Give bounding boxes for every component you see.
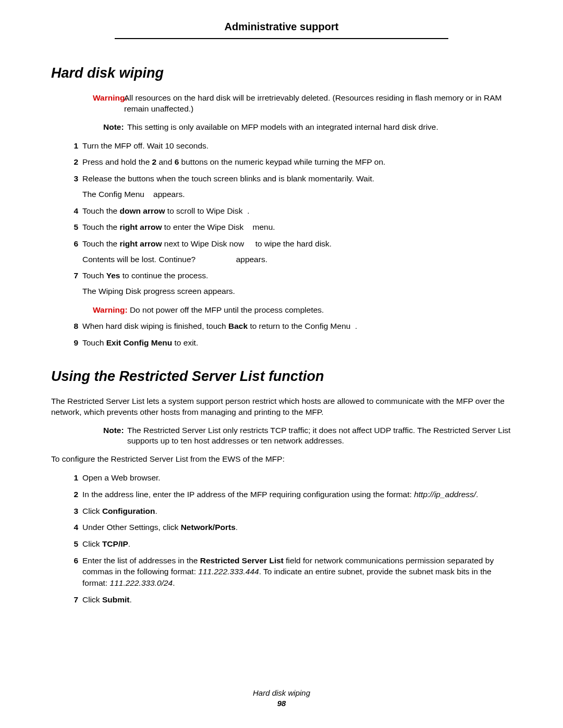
step-text: Touch Yes to continue the process. [82, 271, 208, 280]
step-item: 3Click Configuration. [67, 505, 512, 517]
inner-warning-text: Do not power off the MFP until the proce… [128, 305, 324, 314]
step-item: 1Turn the MFP off. Wait 10 seconds. [67, 140, 512, 152]
warning-label: Warning: [93, 93, 128, 104]
steps-list-1: 1Turn the MFP off. Wait 10 seconds.2Pres… [67, 140, 512, 349]
step-text: Click Configuration. [82, 507, 157, 515]
footer-page-number: 98 [0, 698, 563, 709]
step-text: Click Submit. [82, 595, 132, 604]
step-item: 7Touch Yes to continue the process.The W… [67, 270, 512, 315]
step-text: Click TCP/IP. [82, 539, 130, 548]
step-number: 7 [67, 594, 78, 606]
step-number: 9 [67, 337, 78, 349]
note-label-2: Note: [103, 425, 124, 436]
step-item: 7Click Submit. [67, 594, 512, 606]
section-heading-hard-disk-wiping: Hard disk wiping [51, 65, 512, 81]
step-number: 3 [67, 173, 78, 184]
step-number: 7 [67, 270, 78, 281]
inner-warning: Warning: Do not power off the MFP until … [93, 304, 512, 316]
step-text: Turn the MFP off. Wait 10 seconds. [82, 141, 209, 150]
footer-section-title: Hard disk wiping [0, 688, 563, 698]
step-item: 6Touch the right arrow next to Wipe Disk… [67, 238, 512, 265]
step-number: 4 [67, 205, 78, 217]
step-text: Press and hold the 2 and 6 buttons on th… [82, 157, 385, 166]
note-block-2: Note: The Restricted Server List only re… [103, 425, 512, 447]
step-number: 2 [67, 489, 78, 500]
step-item: 5Click TCP/IP. [67, 538, 512, 550]
step-item: 5Touch the right arrow to enter the Wipe… [67, 221, 512, 233]
step-number: 4 [67, 522, 78, 533]
step-number: 5 [67, 538, 78, 550]
note-block: Note: This setting is only available on … [103, 122, 512, 133]
step-number: 6 [67, 555, 78, 566]
step-text: Enter the list of addresses in the Restr… [82, 556, 494, 587]
step-item: 4Under Other Settings, click Network/Por… [67, 522, 512, 533]
step-item: 4Touch the down arrow to scroll to Wipe … [67, 205, 512, 217]
inner-warning-label: Warning: [93, 305, 128, 314]
step-text: Open a Web browser. [82, 473, 161, 482]
intro-paragraph: The Restricted Server List lets a system… [51, 396, 512, 418]
step-text: Release the buttons when the touch scree… [82, 174, 374, 183]
steps-list-2: 1Open a Web browser.2In the address line… [67, 472, 512, 605]
step-item: 9Touch Exit Config Menu to exit. [67, 337, 512, 349]
step-text: Touch Exit Config Menu to exit. [82, 338, 198, 347]
step-text: In the address line, enter the IP addres… [82, 490, 478, 499]
step-text: When hard disk wiping is finished, touch… [82, 322, 357, 330]
step-text: Touch the right arrow to enter the Wipe … [82, 223, 275, 231]
step-item: 2In the address line, enter the IP addre… [67, 489, 512, 500]
step-text: Touch the right arrow next to Wipe Disk … [82, 239, 332, 248]
step-number: 6 [67, 238, 78, 250]
step-subtext: The Wiping Disk progress screen appears. [82, 286, 512, 297]
chapter-title: Administrative support [115, 21, 448, 39]
step-item: 8When hard disk wiping is finished, touc… [67, 320, 512, 332]
lead-paragraph: To configure the Restricted Server List … [51, 454, 512, 465]
step-subtext: The Config Menu appears. [82, 189, 512, 200]
warning-block: Warning: All resources on the hard disk … [93, 93, 512, 115]
step-number: 8 [67, 320, 78, 332]
step-item: 3Release the buttons when the touch scre… [67, 173, 512, 200]
step-text: Under Other Settings, click Network/Port… [82, 523, 238, 532]
warning-text: All resources on the hard disk will be i… [124, 93, 512, 115]
note-label: Note: [103, 122, 124, 133]
step-text: Touch the down arrow to scroll to Wipe D… [82, 206, 249, 215]
step-subtext: Contents will be lost. Continue? appears… [82, 254, 512, 265]
step-item: 6Enter the list of addresses in the Rest… [67, 555, 512, 589]
step-item: 2Press and hold the 2 and 6 buttons on t… [67, 156, 512, 168]
step-number: 1 [67, 140, 78, 152]
step-number: 5 [67, 221, 78, 233]
note-text: This setting is only available on MFP mo… [127, 122, 512, 133]
section-heading-restricted-server-list: Using the Restricted Server List functio… [51, 368, 512, 385]
step-item: 1Open a Web browser. [67, 472, 512, 484]
note-text-2: The Restricted Server List only restrict… [127, 425, 512, 447]
page-footer: Hard disk wiping 98 [0, 688, 563, 708]
step-number: 3 [67, 505, 78, 517]
step-number: 1 [67, 472, 78, 484]
step-number: 2 [67, 156, 78, 168]
